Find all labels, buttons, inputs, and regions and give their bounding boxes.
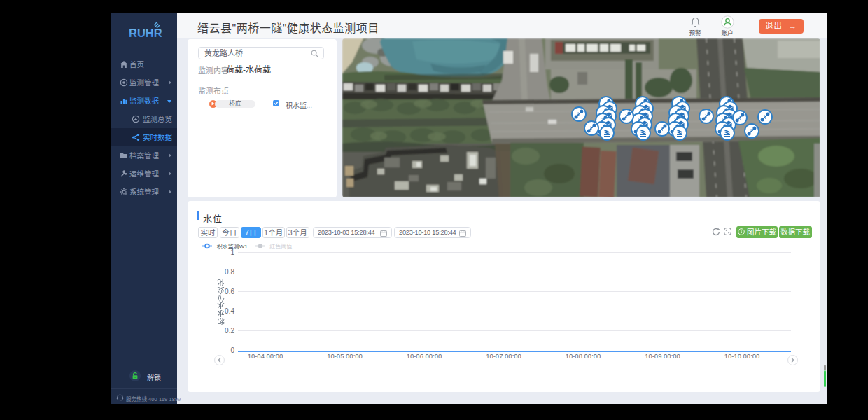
svg-text:RUHR: RUHR xyxy=(129,27,162,39)
